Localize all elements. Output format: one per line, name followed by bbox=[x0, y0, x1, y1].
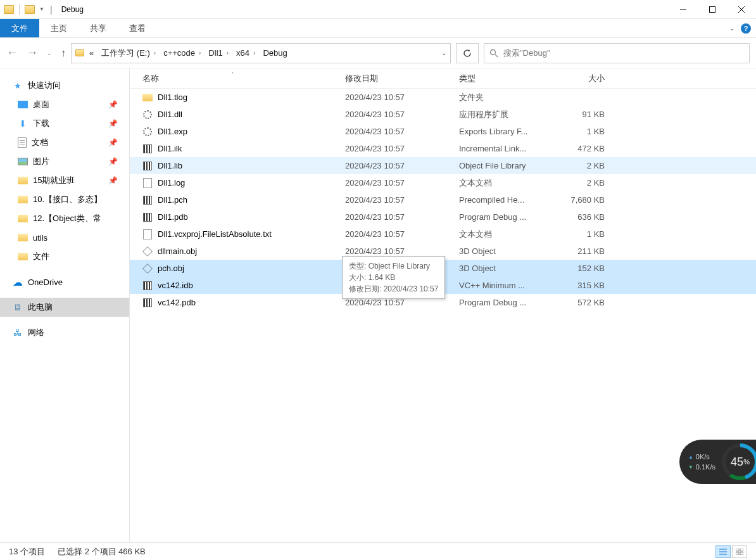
file-name: Dll1.exp bbox=[158, 127, 187, 136]
file-row[interactable]: Dll1.pch2020/4/23 10:57Precompiled He...… bbox=[130, 191, 756, 208]
close-button[interactable] bbox=[727, 0, 756, 19]
sidebar-onedrive[interactable]: ☁ OneDrive bbox=[0, 272, 129, 291]
ribbon-tab-file[interactable]: 文件 bbox=[0, 19, 39, 37]
file-name: Dll1.lib bbox=[158, 161, 182, 170]
sidebar-item[interactable]: 15期就业班📌 bbox=[0, 171, 129, 190]
file-size: 7,680 KB bbox=[554, 195, 611, 205]
folder-icon bbox=[18, 253, 28, 260]
refresh-button[interactable] bbox=[456, 43, 479, 63]
breadcrumb-seg-4[interactable]: Debug bbox=[260, 47, 289, 59]
window-title: Debug bbox=[61, 5, 84, 14]
breadcrumb-seg-1[interactable]: c++code› bbox=[161, 47, 203, 59]
net-upload-speed: 0K/s bbox=[688, 453, 715, 461]
file-name: Dll1.pdb bbox=[158, 212, 188, 222]
maximize-button[interactable] bbox=[698, 0, 727, 19]
pin-icon: 📌 bbox=[108, 100, 118, 109]
file-row[interactable]: Dll1.dll2020/4/23 10:57应用程序扩展91 KB bbox=[130, 106, 756, 123]
column-headers: 名称˄ 修改日期 类型 大小 bbox=[130, 68, 756, 89]
breadcrumb-seg-0[interactable]: 工作学习 (E:)› bbox=[99, 46, 158, 60]
column-type[interactable]: 类型 bbox=[459, 73, 554, 84]
sidebar-item[interactable]: 桌面📌 bbox=[0, 95, 129, 114]
pc-icon: 🖥 bbox=[13, 302, 23, 312]
file-type: Precompiled He... bbox=[459, 195, 554, 205]
search-box[interactable] bbox=[484, 43, 750, 63]
address-bar[interactable]: « 工作学习 (E:)› c++code› Dll1› x64› Debug ⌄ bbox=[71, 43, 451, 63]
breadcrumb-seg-3[interactable]: x64› bbox=[234, 47, 258, 59]
status-item-count: 13 个项目 bbox=[9, 546, 45, 557]
view-icons-button[interactable] bbox=[732, 545, 747, 558]
file-name: Dll1.tlog bbox=[158, 92, 187, 102]
file-type: 文本文档 bbox=[459, 229, 554, 240]
file-type: Incremental Link... bbox=[459, 144, 554, 153]
file-row[interactable]: Dll1.tlog2020/4/23 10:57文件夹 bbox=[130, 89, 756, 106]
sidebar-item[interactable]: 图片📌 bbox=[0, 152, 129, 171]
sidebar-item[interactable]: 12.【Object类、常 bbox=[0, 209, 129, 228]
ribbon-tab-share[interactable]: 共享 bbox=[79, 19, 118, 37]
file-row[interactable]: Dll1.log2020/4/23 10:57文本文档2 KB bbox=[130, 174, 756, 191]
column-size[interactable]: 大小 bbox=[554, 73, 611, 84]
sidebar-item[interactable]: 文档📌 bbox=[0, 133, 129, 152]
file-name: vc142.idb bbox=[158, 281, 193, 290]
file-row[interactable]: Dll1.exp2020/4/23 10:57Exports Library F… bbox=[130, 123, 756, 140]
titlebar: ▼ | Debug bbox=[0, 0, 756, 19]
breadcrumb-seg-2[interactable]: Dll1› bbox=[206, 47, 231, 59]
sidebar-item-label: 15期就业班 bbox=[33, 175, 75, 186]
column-date[interactable]: 修改日期 bbox=[345, 73, 459, 84]
ribbon-tab-home[interactable]: 主页 bbox=[39, 19, 79, 37]
sidebar-item[interactable]: ⬇下载📌 bbox=[0, 114, 129, 133]
network-speed-widget[interactable]: 0K/s 0.1K/s 45% bbox=[679, 440, 756, 484]
net-usage-ring: 45% bbox=[722, 443, 756, 480]
file-name: pch.obj bbox=[158, 264, 184, 273]
tooltip-size: 大小: 1.64 KB bbox=[349, 272, 438, 283]
svg-rect-9 bbox=[736, 549, 739, 551]
file-row[interactable]: Dll1.ilk2020/4/23 10:57Incremental Link.… bbox=[130, 140, 756, 157]
nav-up-button[interactable]: ↑ bbox=[61, 48, 66, 59]
column-name[interactable]: 名称˄ bbox=[142, 73, 345, 84]
svg-line-5 bbox=[495, 54, 498, 57]
ribbon-expand-icon[interactable]: ⌄ bbox=[729, 25, 734, 32]
bin-icon bbox=[143, 298, 152, 307]
file-row[interactable]: Dll1.vcxproj.FileListAbsolute.txt2020/4/… bbox=[130, 226, 756, 243]
app-icon bbox=[4, 5, 14, 14]
sidebar-network[interactable]: 🖧 网络 bbox=[0, 323, 129, 342]
breadcrumb-prefix[interactable]: « bbox=[87, 47, 96, 59]
sidebar-quick-access[interactable]: ★ 快速访问 bbox=[0, 76, 129, 95]
file-size: 152 KB bbox=[554, 264, 611, 273]
qat-folder-icon[interactable] bbox=[25, 5, 35, 14]
sidebar: ★ 快速访问 桌面📌⬇下载📌文档📌图片📌15期就业班📌10.【接口、多态】12.… bbox=[0, 68, 130, 542]
file-tooltip: 类型: Object File Library 大小: 1.64 KB 修改日期… bbox=[342, 256, 445, 299]
qat-dropdown-icon[interactable]: ▼ bbox=[39, 6, 45, 13]
search-input[interactable] bbox=[503, 48, 744, 58]
view-details-button[interactable] bbox=[715, 545, 731, 558]
network-icon: 🖧 bbox=[13, 328, 23, 338]
nav-back-button[interactable]: ← bbox=[6, 46, 18, 60]
download-icon: ⬇ bbox=[18, 118, 28, 129]
star-icon: ★ bbox=[13, 80, 23, 91]
file-name: vc142.pdb bbox=[158, 298, 196, 307]
addr-dropdown-icon[interactable]: ⌄ bbox=[441, 49, 446, 56]
bin-icon bbox=[143, 144, 152, 153]
nav-forward-button[interactable]: → bbox=[27, 46, 38, 60]
gear-icon bbox=[143, 127, 152, 136]
sidebar-item[interactable]: 10.【接口、多态】 bbox=[0, 190, 129, 209]
help-icon[interactable]: ? bbox=[741, 23, 751, 34]
file-name: Dll1.vcxproj.FileListAbsolute.txt bbox=[158, 229, 272, 239]
pin-icon: 📌 bbox=[108, 157, 118, 166]
minimize-button[interactable] bbox=[669, 0, 698, 19]
sidebar-quick-access-label: 快速访问 bbox=[28, 80, 61, 91]
sidebar-this-pc-label: 此电脑 bbox=[28, 302, 53, 313]
sidebar-this-pc[interactable]: 🖥 此电脑 bbox=[0, 298, 129, 317]
nav-history-dropdown[interactable]: ⌄ bbox=[47, 50, 52, 56]
file-date: 2020/4/23 10:57 bbox=[345, 229, 459, 239]
folder-icon bbox=[18, 215, 28, 222]
sidebar-network-label: 网络 bbox=[28, 327, 44, 338]
pin-icon: 📌 bbox=[108, 176, 118, 185]
sidebar-item[interactable]: 文件 bbox=[0, 247, 129, 266]
net-download-speed: 0.1K/s bbox=[688, 463, 715, 471]
ribbon-tab-view[interactable]: 查看 bbox=[118, 19, 157, 37]
file-row[interactable]: Dll1.pdb2020/4/23 10:57Program Debug ...… bbox=[130, 208, 756, 226]
file-date: 2020/4/23 10:57 bbox=[345, 92, 459, 102]
sidebar-item[interactable]: utils bbox=[0, 228, 129, 247]
file-row[interactable]: Dll1.lib2020/4/23 10:57Object File Libra… bbox=[130, 157, 756, 174]
svg-rect-10 bbox=[740, 549, 743, 551]
